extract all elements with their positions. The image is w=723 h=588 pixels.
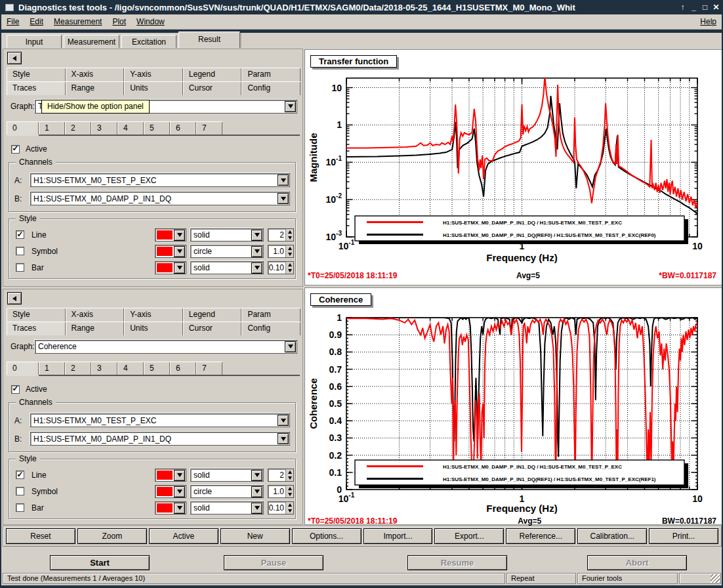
start-button[interactable]: Start [50, 555, 150, 570]
tab-measurement[interactable]: Measurement [64, 35, 119, 48]
trace-tab-5[interactable]: 5 [144, 362, 170, 375]
line-width-spinner[interactable]: 2 [268, 228, 294, 242]
tab-units[interactable]: Units [124, 322, 183, 335]
tab-cursor[interactable]: Cursor [183, 81, 242, 95]
trace-tab-0[interactable]: 0 [7, 362, 39, 376]
tab-config[interactable]: Config [241, 81, 300, 95]
spinner-arrows[interactable] [285, 486, 293, 497]
trace-tab-7[interactable]: 7 [196, 121, 222, 135]
bar-color-picker[interactable] [155, 261, 186, 274]
export-button[interactable]: Export... [434, 528, 504, 544]
import-button[interactable]: Import... [363, 528, 433, 544]
menu-edit[interactable]: Edit [24, 16, 49, 28]
bar-style-select[interactable]: solid [190, 501, 264, 514]
symbol-style-select[interactable]: circle [190, 245, 264, 258]
trace-tab-4[interactable]: 4 [117, 362, 144, 375]
transfer-function-plot[interactable]: 10110-110-210-310-1110Frequency (Hz)Magn… [305, 50, 722, 269]
maximize-button[interactable]: □ [699, 3, 711, 12]
trace-tab-6[interactable]: 6 [170, 362, 196, 375]
tab-legend[interactable]: Legend [183, 68, 242, 81]
trace-tab-4[interactable]: 4 [117, 121, 144, 135]
line-checkbox[interactable]: ✓ [16, 471, 24, 479]
tab-cursor[interactable]: Cursor [183, 322, 242, 335]
tab-param[interactable]: Param [241, 308, 300, 322]
spinner-arrows[interactable] [285, 262, 293, 274]
symbol-checkbox[interactable]: ✓ [16, 247, 24, 255]
trace-tab-0[interactable]: 0 [7, 121, 39, 136]
spinner-arrows[interactable] [285, 502, 293, 514]
coherence-plot[interactable]: 10.90.80.70.60.50.40.30.20.1010-1110Freq… [305, 288, 722, 516]
tab-style[interactable]: Style [7, 308, 66, 322]
menu-measurement[interactable]: Measurement [49, 16, 107, 28]
trace-tab-5[interactable]: 5 [144, 121, 170, 135]
calibration-button[interactable]: Calibration... [577, 528, 647, 544]
graph-select[interactable]: Coherence [35, 340, 297, 354]
channel-a-select[interactable]: H1:SUS-ETMX_M0_TEST_P_EXC [30, 413, 290, 427]
tab-result[interactable]: Result [178, 32, 240, 48]
bar-style-select[interactable]: solid [190, 261, 264, 274]
tab-param[interactable]: Param [241, 68, 300, 81]
line-checkbox[interactable]: ✓ [16, 230, 24, 239]
line-style-select[interactable]: solid [190, 228, 264, 242]
tab-legend[interactable]: Legend [183, 308, 242, 322]
active-checkbox[interactable]: ✓ [11, 385, 20, 394]
line-color-picker[interactable] [155, 469, 186, 482]
trace-tab-3[interactable]: 3 [91, 362, 117, 375]
reset-button[interactable]: Reset [6, 528, 75, 544]
menu-window[interactable]: Window [131, 16, 170, 28]
zoom-button[interactable]: Zoom [77, 528, 147, 544]
symbol-size-spinner[interactable]: 1.0 [268, 485, 294, 498]
tab-traces[interactable]: Traces [7, 81, 66, 95]
menu-file[interactable]: File [1, 16, 24, 28]
trace-tab-2[interactable]: 2 [65, 362, 91, 375]
menu-plot[interactable]: Plot [107, 16, 131, 28]
tab-range[interactable]: Range [66, 322, 125, 335]
bar-width-spinner[interactable]: 0.10 [268, 501, 294, 514]
channel-b-select[interactable]: H1:SUS-ETMX_M0_DAMP_P_IN1_DQ [30, 192, 290, 205]
symbol-checkbox[interactable]: ✓ [16, 487, 24, 495]
print-button[interactable]: Print... [649, 528, 718, 544]
tab-range[interactable]: Range [66, 81, 125, 95]
tab-units[interactable]: Units [124, 81, 183, 95]
channel-a-select[interactable]: H1:SUS-ETMX_M0_TEST_P_EXC [30, 173, 290, 187]
tab-input[interactable]: Input [7, 35, 62, 48]
line-color-picker[interactable] [155, 228, 186, 242]
tab-x-axis[interactable]: X-axis [66, 308, 125, 322]
reference-button[interactable]: Reference... [506, 528, 575, 544]
bar-checkbox[interactable]: ✓ [16, 263, 24, 272]
trace-tab-3[interactable]: 3 [91, 121, 117, 135]
spinner-arrows[interactable] [285, 229, 293, 241]
bar-checkbox[interactable]: ✓ [16, 503, 24, 512]
options-button[interactable]: Options... [292, 528, 362, 544]
symbol-size-spinner[interactable]: 1.0 [268, 245, 294, 258]
resize-grip[interactable] [711, 574, 720, 583]
trace-tab-2[interactable]: 2 [65, 121, 91, 135]
line-style-select[interactable]: solid [190, 469, 264, 482]
bar-color-picker[interactable] [155, 501, 186, 514]
tab-y-axis[interactable]: Y-axis [124, 68, 183, 81]
trace-tab-1[interactable]: 1 [39, 121, 65, 135]
symbol-color-picker[interactable] [155, 485, 186, 498]
trace-tab-6[interactable]: 6 [170, 121, 196, 135]
collapse-panel-button[interactable] [7, 52, 22, 64]
menu-help[interactable]: Help [695, 16, 722, 28]
symbol-color-picker[interactable] [155, 245, 186, 258]
active-checkbox[interactable]: ✓ [11, 145, 20, 154]
collapse-panel-button[interactable] [7, 292, 22, 304]
trace-tab-7[interactable]: 7 [196, 362, 222, 375]
trace-tab-1[interactable]: 1 [39, 362, 65, 375]
tab-excitation[interactable]: Excitation [121, 35, 176, 48]
spinner-arrows[interactable] [285, 245, 293, 257]
minimize-button[interactable]: _ [688, 3, 699, 12]
tab-y-axis[interactable]: Y-axis [124, 308, 183, 322]
shade-button[interactable]: ↑ [677, 3, 688, 12]
tab-traces[interactable]: Traces [7, 322, 66, 335]
channel-b-select[interactable]: H1:SUS-ETMX_M0_DAMP_P_IN1_DQ [30, 432, 290, 446]
bar-width-spinner[interactable]: 0.10 [268, 261, 294, 274]
new-button[interactable]: New [220, 528, 290, 544]
active-button[interactable]: Active [149, 528, 218, 544]
close-button[interactable]: ✕ [711, 3, 722, 12]
tab-style[interactable]: Style [7, 68, 66, 81]
symbol-style-select[interactable]: circle [190, 485, 264, 498]
tab-config[interactable]: Config [241, 322, 300, 335]
